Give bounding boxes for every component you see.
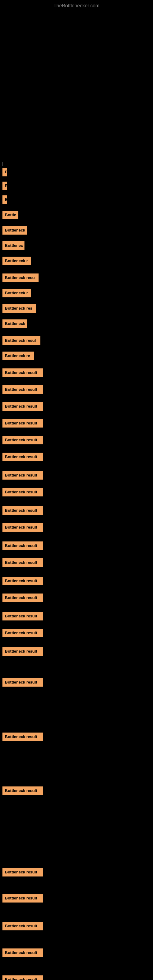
bottleneck-bar-32[interactable]: Bottleneck result [2,733,43,741]
bottleneck-bar-35[interactable]: Bottleneck result [2,894,43,902]
divider-line [2,162,3,166]
bar-row: Bottleneck result [2,368,43,378]
bottleneck-bar-2[interactable]: B [2,181,7,190]
bottleneck-bar-29[interactable]: Bottleneck result [2,629,43,637]
bottleneck-bar-10[interactable]: Bottleneck res [2,304,36,313]
bar-row: Bottleneck res [2,304,36,314]
bottleneck-bar-6[interactable]: Bottlenec [2,241,24,250]
bar-row: Bottleneck result [2,488,43,498]
bar-row: Bottleneck r [2,257,31,266]
bottleneck-bar-26[interactable]: Bottleneck result [2,577,43,585]
bottleneck-bar-34[interactable]: Bottleneck result [2,868,43,877]
bottleneck-bar-5[interactable]: Bottleneck [2,226,27,235]
site-title: TheBottlenecker.com [0,0,153,12]
bottleneck-bar-8[interactable]: Bottleneck resu [2,274,38,282]
bar-row: Bottleneck re [2,352,33,361]
bar-row: Bottleneck [2,226,27,236]
bar-row: Bottleneck resul [2,336,40,346]
bar-row: Bottleneck result [2,733,43,742]
bottleneck-bar-16[interactable]: Bottleneck result [2,402,43,411]
bottleneck-bar-9[interactable]: Bottleneck r [2,289,31,298]
bar-row: Bottleneck result [2,419,43,429]
bar-row: Bottle [2,211,18,221]
bottleneck-bar-22[interactable]: Bottleneck result [2,506,43,515]
bar-row: Bottleneck result [2,506,43,516]
bottleneck-bar-31[interactable]: Bottleneck result [2,678,43,687]
bar-row: B [2,196,7,205]
bottleneck-bar-21[interactable]: Bottleneck result [2,488,43,496]
bottleneck-bar-33[interactable]: Bottleneck result [2,786,43,795]
bar-row: Bottleneck result [2,558,43,568]
bottleneck-bar-20[interactable]: Bottleneck result [2,471,43,480]
bottleneck-bar-18[interactable]: Bottleneck result [2,436,43,444]
bottleneck-bar-3[interactable]: B [2,196,7,204]
bar-row: Bottleneck r [2,289,31,299]
bar-row: Bottleneck result [2,894,43,904]
bar-row: Bottleneck result [2,922,43,932]
bar-row: Bottleneck result [2,436,43,445]
bar-row: Bottleneck [2,320,27,329]
bar-row: Bottleneck result [2,385,43,395]
bar-row: Bottleneck resu [2,274,38,283]
bar-row: Bottleneck result [2,593,43,603]
bottleneck-bar-37[interactable]: Bottleneck result [2,948,43,957]
bottleneck-bar-7[interactable]: Bottleneck r [2,257,31,265]
bottleneck-bar-19[interactable]: Bottleneck result [2,453,43,461]
bottleneck-bar-38[interactable]: Bottleneck result [2,975,43,980]
bar-row: Bottleneck result [2,471,43,481]
bar-row: Bottleneck result [2,453,43,463]
bottleneck-bar-36[interactable]: Bottleneck result [2,922,43,931]
bottleneck-bar-12[interactable]: Bottleneck resul [2,336,40,345]
bar-row: Bottlenec [2,241,24,251]
bar-row: Bottleneck result [2,948,43,958]
bar-row: B [2,181,7,191]
bar-row: Bottleneck result [2,975,43,980]
bar-row: Bottleneck result [2,786,43,796]
bottleneck-bar-27[interactable]: Bottleneck result [2,593,43,602]
bar-row: Bottleneck result [2,868,43,878]
bottleneck-bar-1[interactable]: B [2,168,7,177]
bottleneck-bar-17[interactable]: Bottleneck result [2,419,43,428]
bottleneck-bar-13[interactable]: Bottleneck re [2,352,33,360]
bottleneck-bar-15[interactable]: Bottleneck result [2,385,43,394]
bottleneck-bar-14[interactable]: Bottleneck result [2,368,43,377]
bar-row: Bottleneck result [2,629,43,638]
bottleneck-bar-30[interactable]: Bottleneck result [2,647,43,656]
bottleneck-bar-11[interactable]: Bottleneck [2,320,27,328]
bottleneck-bar-25[interactable]: Bottleneck result [2,558,43,567]
bar-row: Bottleneck result [2,541,43,551]
bar-row: Bottleneck result [2,402,43,412]
bar-row: Bottleneck result [2,523,43,533]
bar-row: Bottleneck result [2,577,43,587]
bar-row: B [2,168,7,178]
bottleneck-bar-4[interactable]: Bottle [2,211,18,219]
bar-row: Bottleneck result [2,612,43,622]
bar-row: Bottleneck result [2,678,43,688]
bar-row: Bottleneck result [2,647,43,657]
bottleneck-bar-23[interactable]: Bottleneck result [2,523,43,531]
bottleneck-bar-24[interactable]: Bottleneck result [2,541,43,550]
bottleneck-bar-28[interactable]: Bottleneck result [2,612,43,620]
